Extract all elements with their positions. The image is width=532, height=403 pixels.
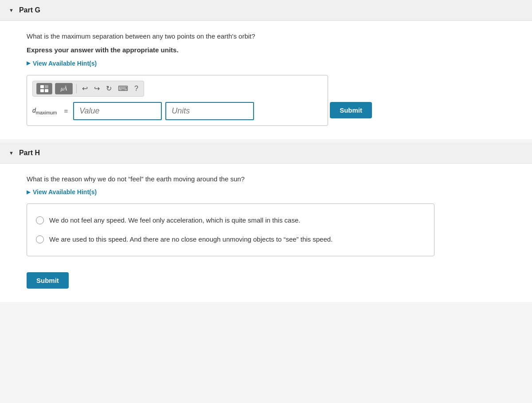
radio-option-2[interactable]: We are used to this speed. And there are… xyxy=(36,230,425,249)
part-g-question: What is the maximum separation between a… xyxy=(27,31,505,42)
equals-sign: = xyxy=(64,107,68,115)
math-input-container: μÅ ↩ ↪ ↻ ⌨ xyxy=(27,75,328,126)
part-g-submit-button[interactable]: Submit xyxy=(330,102,372,118)
svg-rect-3 xyxy=(45,89,48,92)
radio-option-1-text: We do not feel any speed. We feel only a… xyxy=(49,215,300,226)
redo-button[interactable]: ↪ xyxy=(92,83,102,94)
help-icon: ? xyxy=(134,85,138,92)
template-button[interactable] xyxy=(36,83,52,94)
units-button[interactable]: μÅ xyxy=(55,83,73,94)
part-g-header: ▼ Part G xyxy=(0,0,532,21)
keyboard-icon: ⌨ xyxy=(118,85,128,92)
radio-button-2[interactable] xyxy=(36,235,44,243)
radio-option-2-text: We are used to this speed. And there are… xyxy=(49,235,332,245)
undo-icon: ↩ xyxy=(82,85,88,92)
part-h-header: ▼ Part H xyxy=(0,143,532,164)
part-h-hint-arrow-icon: ▶ xyxy=(27,189,30,195)
part-g-hint-label: View Available Hint(s) xyxy=(33,60,97,67)
svg-rect-0 xyxy=(40,85,44,88)
radio-button-1[interactable] xyxy=(36,216,44,224)
part-g-section: ▼ Part G What is the maximum separation … xyxy=(0,0,532,139)
radio-option-1[interactable]: We do not feel any speed. We feel only a… xyxy=(36,211,425,230)
help-button[interactable]: ? xyxy=(133,84,140,94)
part-g-hint-link[interactable]: ▶ View Available Hint(s) xyxy=(27,60,505,67)
radio-options-container: We do not feel any speed. We feel only a… xyxy=(27,203,434,256)
part-g-title: Part G xyxy=(19,6,40,14)
hint-arrow-icon: ▶ xyxy=(27,60,30,66)
units-input[interactable] xyxy=(165,102,254,120)
refresh-button[interactable]: ↻ xyxy=(104,83,113,94)
math-input-row: dmaximum = xyxy=(32,102,322,120)
undo-button[interactable]: ↩ xyxy=(80,83,90,94)
part-g-instruction: Express your answer with the appropriate… xyxy=(27,46,505,54)
part-h-submit-button[interactable]: Submit xyxy=(27,272,69,289)
redo-icon: ↪ xyxy=(94,85,100,92)
part-h-chevron-icon[interactable]: ▼ xyxy=(9,150,14,156)
value-input[interactable] xyxy=(73,102,162,120)
svg-rect-2 xyxy=(40,89,44,92)
math-toolbar: μÅ ↩ ↪ ↻ ⌨ xyxy=(32,81,144,97)
part-h-title: Part H xyxy=(19,149,40,157)
part-h-hint-link[interactable]: ▶ View Available Hint(s) xyxy=(27,188,505,196)
part-h-body: What is the reason why we do not “feel” … xyxy=(0,164,532,302)
keyboard-button[interactable]: ⌨ xyxy=(116,83,130,94)
math-label: dmaximum xyxy=(32,107,57,115)
part-g-body: What is the maximum separation between a… xyxy=(0,21,532,139)
part-h-hint-label: View Available Hint(s) xyxy=(33,188,97,196)
part-h-question: What is the reason why we do not “feel” … xyxy=(27,174,505,184)
part-g-chevron-icon[interactable]: ▼ xyxy=(9,8,14,13)
part-h-section: ▼ Part H What is the reason why we do no… xyxy=(0,143,532,302)
toolbar-separator xyxy=(76,84,77,93)
grid-template-icon xyxy=(40,85,48,92)
refresh-icon: ↻ xyxy=(106,85,112,92)
units-btn-label: μÅ xyxy=(61,85,67,92)
svg-rect-1 xyxy=(45,85,48,88)
